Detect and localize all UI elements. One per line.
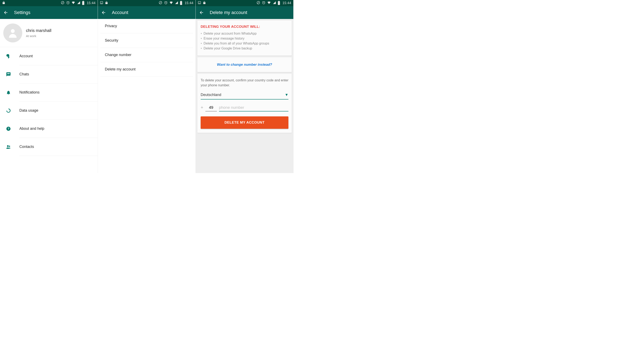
- image-icon: [198, 1, 201, 5]
- account-item-label: Delete my account: [105, 67, 136, 71]
- phone-row: +: [201, 104, 288, 111]
- lock-icon: [203, 1, 206, 5]
- avatar: [3, 24, 22, 42]
- status-bar: 15:44: [0, 0, 98, 6]
- page-title: Account: [112, 10, 128, 15]
- settings-item-label: Chats: [19, 65, 98, 83]
- wifi-icon: [71, 1, 75, 5]
- phone-number-input[interactable]: [219, 104, 288, 111]
- country-code-input[interactable]: [205, 104, 217, 111]
- alarm-icon: [262, 1, 266, 5]
- data-usage-icon: [6, 108, 11, 113]
- screen-settings: 15:44 Settings chris marshall At work Ac…: [0, 0, 98, 173]
- warning-card: DELETING YOUR ACCOUNT WILL: Delete your …: [197, 21, 292, 56]
- settings-list: Account Chats Notifications Data usage ?…: [0, 47, 98, 156]
- warning-bullet: Delete you from all of your WhatsApp gro…: [201, 42, 288, 45]
- status-bar: 15:44: [196, 0, 293, 6]
- help-icon: ?: [6, 126, 11, 131]
- settings-item-label: Notifications: [19, 83, 98, 102]
- change-number-card[interactable]: Want to change number instead?: [197, 57, 292, 72]
- settings-item-label: About and help: [19, 120, 98, 138]
- account-item-label: Change number: [105, 53, 131, 57]
- back-button[interactable]: [3, 10, 8, 15]
- country-value: Deutschland: [201, 93, 221, 97]
- warning-bullet: Delete your account from WhatsApp: [201, 32, 288, 35]
- profile-card[interactable]: chris marshall At work: [0, 19, 98, 47]
- svg-text:?: ?: [8, 127, 10, 130]
- delete-account-button[interactable]: DELETE MY ACCOUNT: [201, 117, 288, 129]
- back-button[interactable]: [199, 10, 204, 15]
- battery-icon: [278, 1, 280, 5]
- settings-item-chats[interactable]: Chats: [6, 65, 98, 83]
- key-icon: [6, 54, 11, 59]
- bell-icon: [6, 90, 11, 95]
- account-item-delete[interactable]: Delete my account: [100, 62, 193, 77]
- wifi-icon: [267, 1, 271, 5]
- svg-point-7: [7, 145, 9, 147]
- account-list: Privacy Security Change number Delete my…: [98, 19, 195, 77]
- svg-line-15: [258, 2, 259, 4]
- app-bar: Delete my account: [196, 6, 293, 19]
- page-title: Delete my account: [210, 10, 247, 15]
- chat-icon: [6, 72, 11, 77]
- plus-icon: +: [201, 105, 203, 111]
- warning-bullet: Delete your Google Drive backup: [201, 47, 288, 50]
- image-icon: [100, 1, 103, 5]
- screen-delete-account: 15:44 Delete my account DELETING YOUR AC…: [196, 0, 294, 173]
- account-item-change-number[interactable]: Change number: [100, 48, 193, 62]
- lock-icon: [105, 1, 108, 5]
- delete-body: DELETING YOUR ACCOUNT WILL: Delete your …: [196, 19, 293, 173]
- back-button[interactable]: [101, 10, 106, 15]
- status-time: 15:44: [87, 1, 96, 5]
- screen-account: 15:44 Account Privacy Security Change nu…: [98, 0, 196, 173]
- settings-item-label: Data usage: [19, 102, 98, 120]
- lock-icon: [2, 1, 5, 5]
- svg-point-3: [11, 29, 15, 33]
- account-item-label: Privacy: [105, 24, 117, 28]
- signal-icon: [77, 1, 80, 5]
- settings-item-contacts[interactable]: Contacts: [6, 138, 98, 156]
- status-time: 15:44: [283, 1, 291, 5]
- chevron-down-icon: ▼: [285, 93, 288, 97]
- svg-rect-13: [198, 1, 201, 4]
- settings-item-label: Contacts: [19, 138, 98, 156]
- warning-bullets: Delete your account from WhatsApp Erase …: [201, 32, 288, 50]
- warning-title: DELETING YOUR ACCOUNT WILL:: [201, 25, 288, 29]
- status-bar: 15:44: [98, 0, 195, 6]
- no-sim-icon: [159, 1, 162, 5]
- account-item-label: Security: [105, 38, 118, 42]
- no-sim-icon: [61, 1, 64, 5]
- battery-icon: [82, 1, 84, 5]
- page-title: Settings: [14, 10, 30, 15]
- wifi-icon: [169, 1, 173, 5]
- confirm-card: To delete your account, confirm your cou…: [197, 74, 292, 133]
- warning-bullet: Erase your message history: [201, 37, 288, 40]
- change-number-link[interactable]: Want to change number instead?: [201, 61, 288, 68]
- settings-item-about[interactable]: ? About and help: [6, 120, 98, 138]
- profile-name: chris marshall: [26, 28, 51, 33]
- confirm-instruction: To delete your account, confirm your cou…: [201, 78, 288, 88]
- account-item-privacy[interactable]: Privacy: [100, 19, 193, 33]
- settings-item-notifications[interactable]: Notifications: [6, 83, 98, 102]
- settings-item-label: Account: [19, 47, 98, 65]
- contacts-icon: [6, 144, 11, 149]
- svg-rect-9: [100, 1, 103, 4]
- app-bar: Settings: [0, 6, 98, 19]
- status-time: 15:44: [185, 1, 193, 5]
- battery-icon: [180, 1, 182, 5]
- svg-line-11: [160, 2, 162, 4]
- svg-point-8: [9, 146, 10, 147]
- alarm-icon: [164, 1, 168, 5]
- settings-item-account[interactable]: Account: [6, 47, 98, 65]
- svg-line-1: [62, 2, 64, 4]
- country-select[interactable]: Deutschland ▼: [201, 91, 288, 100]
- profile-status: At work: [26, 34, 51, 38]
- signal-icon: [175, 1, 178, 5]
- signal-icon: [272, 1, 276, 5]
- app-bar: Account: [98, 6, 195, 19]
- settings-item-data-usage[interactable]: Data usage: [6, 102, 98, 120]
- alarm-icon: [66, 1, 70, 5]
- no-sim-icon: [257, 1, 260, 5]
- account-item-security[interactable]: Security: [100, 33, 193, 48]
